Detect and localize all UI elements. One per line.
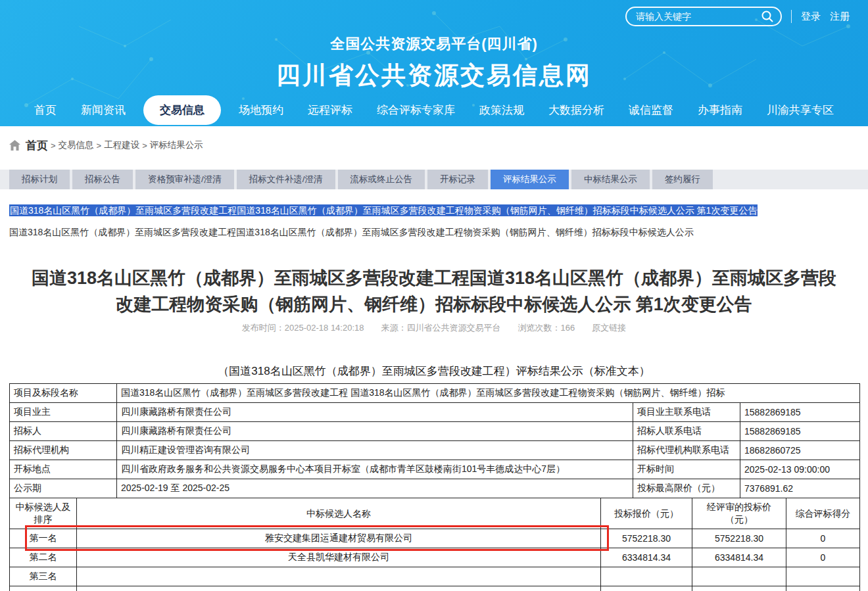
- nav-item-news[interactable]: 新闻资讯: [74, 99, 132, 122]
- result-list: 国道318名山区黑竹（成都界）至雨城区多营段改建工程国道318名山区黑竹（成都界…: [0, 204, 868, 239]
- cell-value: 15882869185: [740, 403, 860, 422]
- cell-label: 公示期: [10, 479, 117, 498]
- nav-item-home[interactable]: 首页: [28, 99, 63, 122]
- col-header-score: 综合评标得分: [786, 498, 860, 529]
- nav-item-venue-booking[interactable]: 场地预约: [232, 99, 290, 122]
- breadcrumb-engineering[interactable]: 工程建设: [104, 139, 139, 151]
- cell-label: 招标人: [10, 422, 117, 441]
- main-nav: 首页 新闻资讯 交易信息 场地预约 远程评标 综合评标专家库 政策法规 大数据分…: [0, 93, 868, 126]
- nav-item-remote-evaluation[interactable]: 远程评标: [301, 99, 359, 122]
- cell-bid: 5752218.30: [601, 529, 692, 548]
- breadcrumb-trade-info[interactable]: 交易信息: [59, 139, 94, 151]
- table-row: 公示期 2025-02-19 至 2025-02-25 投标最高限价（元） 73…: [10, 479, 860, 498]
- cell-reviewed-bid: 6334814.34: [692, 548, 786, 567]
- table-row: 招标代理机构 四川精正建设管理咨询有限公司 招标代理机构联系电话 1868286…: [10, 441, 860, 460]
- cell-label: 投标最高限价（元）: [633, 479, 740, 498]
- publish-time: 发布时间：2025-02-18 14:20:18: [242, 322, 364, 334]
- col-header-rank: 中标候选人及排序: [10, 498, 77, 529]
- cell-candidate-name: [77, 567, 601, 586]
- nav-item-integrity[interactable]: 诚信监督: [622, 99, 680, 122]
- cell-bid: 6334814.34: [601, 548, 692, 567]
- page: 登录 注册 全国公共资源交易平台(四川省) 四川省公共资源交易信息网 首页 新闻…: [0, 0, 868, 591]
- cell-label: 招标代理机构联系电话: [633, 441, 740, 460]
- search-input[interactable]: [636, 11, 761, 22]
- nav-item-big-data[interactable]: 大数据分析: [542, 99, 611, 122]
- cell-label: 项目及标段名称: [10, 384, 117, 403]
- tab-contract-performance[interactable]: 签约履行: [652, 170, 713, 189]
- nav-item-chuanyu-zone[interactable]: 川渝共享专区: [760, 99, 840, 122]
- breadcrumb-separator: >: [51, 141, 56, 151]
- cell-reviewed-bid: 5752218.30: [692, 529, 786, 548]
- cell-value: 15882869185: [740, 422, 860, 441]
- col-header-name: 中标候选人名称: [77, 498, 601, 529]
- cell-label: 项目业主: [10, 403, 117, 422]
- site-title: 四川省公共资源交易信息网: [0, 59, 868, 92]
- cell-label: 项目业主联系电话: [633, 403, 740, 422]
- cell-value: 2025-02-13 09:00:00: [740, 460, 860, 479]
- candidates-header-row: 中标候选人及排序 中标候选人名称 投标报价（元） 经评审的投标价（元） 综合评标…: [10, 498, 860, 529]
- nav-item-policies[interactable]: 政策法规: [473, 99, 531, 122]
- search-box[interactable]: [625, 7, 782, 26]
- tab-strip: 招标计划 招标公告 资格预审补遗/澄清 招标文件补遗/澄清 流标或终止公告 开标…: [0, 170, 868, 189]
- header-divider: [791, 10, 792, 23]
- cell-rank: 第一名: [10, 529, 77, 548]
- tab-bid-doc-supplement[interactable]: 招标文件补遗/澄清: [237, 170, 335, 189]
- breadcrumb-separator: >: [97, 141, 102, 151]
- cell-value: 四川省政府政务服务和公共资源交易服务中心本项目开标室（成都市青羊区鼓楼南街101…: [117, 460, 633, 479]
- source: 来源：四川省公共资源交易平台: [381, 322, 501, 334]
- breadcrumb-home[interactable]: 首页: [26, 138, 48, 153]
- register-link[interactable]: 注册: [830, 11, 850, 23]
- table-row: 招标人 四川康藏路桥有限责任公司 招标人联系电话 15882869185: [10, 422, 860, 441]
- breadcrumb: 首页 > 交易信息 > 工程建设 > 评标结果公示: [0, 134, 868, 156]
- col-header-reviewed-bid: 经评审的投标价（元）: [692, 498, 786, 529]
- list-item-selected: 国道318名山区黑竹（成都界）至雨城区多营段改建工程国道318名山区黑竹（成都界…: [9, 204, 868, 218]
- tab-bid-plan[interactable]: 招标计划: [9, 170, 70, 189]
- tab-bid-announcement[interactable]: 招标公告: [72, 170, 133, 189]
- breadcrumb-separator: >: [142, 141, 147, 151]
- header-top-bar: 登录 注册: [625, 7, 850, 26]
- cell-value: 7376891.62: [740, 479, 860, 498]
- cell-score: 0: [786, 529, 860, 548]
- breadcrumb-evaluation-result[interactable]: 评标结果公示: [150, 139, 203, 151]
- nav-item-expert-database[interactable]: 综合评标专家库: [370, 99, 462, 122]
- cell-value: 四川康藏路桥有限责任公司: [117, 422, 633, 441]
- cell-score: 0: [786, 548, 860, 567]
- cell-value: 四川康藏路桥有限责任公司: [117, 403, 633, 422]
- cell-score: [786, 567, 860, 586]
- cell-rank: 第三名: [10, 567, 77, 586]
- cell-rank: 第二名: [10, 548, 77, 567]
- home-icon[interactable]: [9, 140, 20, 151]
- cell-label: 招标代理机构: [10, 441, 117, 460]
- nav-item-guide[interactable]: 办事指南: [691, 99, 749, 122]
- candidate-row-clipped: [10, 586, 860, 591]
- tab-winning-result[interactable]: 中标结果公示: [571, 170, 650, 189]
- cell-candidate-name: 雅安交建集团运通建材贸易有限公司: [77, 529, 601, 548]
- tab-evaluation-result[interactable]: 评标结果公示: [491, 170, 569, 189]
- candidate-row-3: 第三名: [10, 567, 860, 586]
- cell-value: 2025-02-19 至 2025-02-25: [117, 479, 633, 498]
- article-meta: 发布时间：2025-02-18 14:20:18 来源：四川省公共资源交易平台 …: [0, 322, 868, 334]
- list-item[interactable]: 国道318名山区黑竹（成都界）至雨城区多营段改建工程国道318名山区黑竹（成都界…: [9, 225, 868, 239]
- cell-reviewed-bid: [692, 567, 786, 586]
- cell-value: 四川精正建设管理咨询有限公司: [117, 441, 633, 460]
- tab-failed-or-terminated[interactable]: 流标或终止公告: [338, 170, 425, 189]
- platform-title: 全国公共资源交易平台(四川省): [0, 34, 868, 54]
- table-caption: （国道318名山区黑竹（成都界）至雨城区多营段改建工程）评标结果公示（标准文本）: [0, 364, 868, 379]
- original-link[interactable]: 原文链接: [592, 322, 626, 334]
- view-count: 浏览次数：166: [518, 322, 575, 334]
- cell-value: 国道318名山区黑竹（成都界）至雨城区多营段改建工程 国道318名山区黑竹（成都…: [117, 384, 860, 403]
- tab-bid-opening-record[interactable]: 开标记录: [427, 170, 488, 189]
- list-item-selected-text[interactable]: 国道318名山区黑竹（成都界）至雨城区多营段改建工程国道318名山区黑竹（成都界…: [9, 204, 758, 216]
- col-header-bid: 投标报价（元）: [601, 498, 692, 529]
- candidate-row-1: 第一名 雅安交建集团运通建材贸易有限公司 5752218.30 5752218.…: [10, 529, 860, 548]
- cell-candidate-name: 天全县凯华建材有限公司: [77, 548, 601, 567]
- table-row: 项目业主 四川康藏路桥有限责任公司 项目业主联系电话 15882869185: [10, 403, 860, 422]
- page-title: 国道318名山区黑竹（成都界）至雨城区多营段改建工程国道318名山区黑竹（成都界…: [26, 265, 842, 318]
- search-icon[interactable]: [761, 10, 774, 23]
- cell-label: 开标地点: [10, 460, 117, 479]
- nav-item-trade-info[interactable]: 交易信息: [143, 95, 221, 125]
- tab-prequalification-supplement[interactable]: 资格预审补遗/澄清: [135, 170, 234, 189]
- cell-value: 18682860725: [740, 441, 860, 460]
- login-link[interactable]: 登录: [801, 11, 821, 23]
- table-row: 开标地点 四川省政府政务服务和公共资源交易服务中心本项目开标室（成都市青羊区鼓楼…: [10, 460, 860, 479]
